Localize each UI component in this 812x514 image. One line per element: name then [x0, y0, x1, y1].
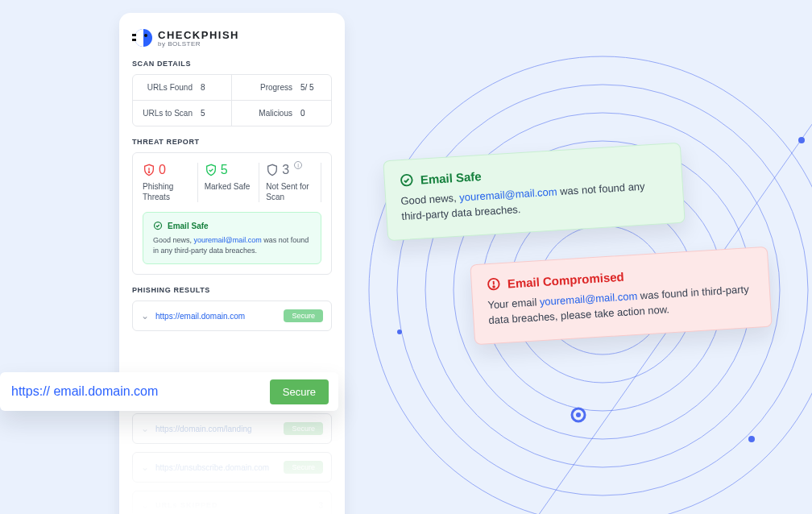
secure-badge-button[interactable]: Secure — [270, 379, 329, 404]
threat-count: 3 — [282, 163, 289, 177]
url-result-overlay: https:// email.domain.com Secure — [0, 372, 338, 411]
section-title-scan-details: SCAN DETAILS — [132, 60, 332, 68]
email-safe-panel: Email Safe Good news, youremail@mail.com… — [143, 212, 321, 264]
result-row[interactable]: ⌄ https://email.domain.com Secure — [132, 301, 332, 331]
toast-prefix: Good news, — [400, 192, 460, 207]
svg-point-9 — [572, 408, 585, 421]
threat-label: Marked Safe — [205, 182, 253, 193]
stat-value: 0 — [300, 109, 321, 118]
toast-email-safe: Email Safe Good news, youremail@mail.com… — [383, 143, 685, 241]
result-row[interactable]: ⌄ https://domain.com/landing Secure — [132, 413, 332, 444]
stat-value: 5/ 5 — [300, 83, 321, 92]
threat-label: Phishing Threats — [143, 182, 191, 202]
info-icon[interactable]: i — [294, 161, 302, 169]
check-circle-icon — [399, 172, 414, 188]
stat-value: 5 — [201, 109, 222, 118]
svg-rect-16 — [132, 39, 136, 41]
stat-value: 8 — [201, 83, 222, 92]
shield-icon — [266, 164, 279, 176]
threat-count: 5 — [221, 163, 228, 177]
status-badge: Secure — [284, 309, 323, 322]
brand-subtitle: by BOLSTER — [158, 40, 239, 48]
toast-address: youremail@mail.com — [459, 185, 557, 203]
stat-label: URLs to Scan — [143, 109, 193, 118]
toast-title: Email Safe — [420, 168, 482, 186]
svg-point-12 — [397, 330, 402, 334]
toast-prefix: Your email — [487, 296, 540, 311]
chevron-down-icon: ⌄ — [141, 462, 149, 473]
chevron-down-icon: ⌄ — [141, 423, 149, 434]
threat-report-box: 0 Phishing Threats 5 Marked Safe 3 i Not… — [132, 152, 332, 275]
skipped-count: 3 — [318, 501, 323, 510]
status-badge: Secure — [284, 422, 323, 435]
stat-label: Progress — [242, 83, 292, 92]
brand-logo-icon — [132, 27, 153, 48]
result-row[interactable]: ⌄ https://unsubscribe.domain.com Secure — [132, 452, 332, 483]
skipped-label: URLs SKIPPED — [155, 501, 312, 509]
chevron-down-icon: ⌄ — [141, 310, 149, 321]
svg-point-11 — [748, 436, 755, 442]
alert-circle-icon — [486, 276, 501, 292]
checkphish-card: CHECKPHISH by BOLSTER SCAN DETAILS URLs … — [119, 13, 345, 514]
threat-label: Not Sent for Scan — [266, 182, 314, 202]
overlay-url-text: https:// email.domain.com — [11, 384, 158, 399]
scan-details-box: URLs Found 8 Progress 5/ 5 URLs to Scan … — [132, 74, 332, 126]
svg-point-18 — [148, 172, 149, 172]
shield-alert-icon — [143, 164, 155, 176]
section-title-phishing-results: PHISHING RESULTS — [132, 286, 332, 294]
threat-phishing: 0 Phishing Threats — [143, 163, 198, 202]
threat-safe: 5 Marked Safe — [205, 163, 260, 202]
result-url: https://email.domain.com — [155, 312, 277, 321]
svg-point-23 — [493, 286, 495, 288]
stat-malicious: Malicious 0 — [232, 101, 331, 126]
brand-name: CHECKPHISH — [158, 29, 239, 41]
section-title-threat-report: THREAT REPORT — [132, 138, 332, 146]
brand: CHECKPHISH by BOLSTER — [132, 27, 332, 48]
toast-email-compromised: Email Compromised Your email youremail@m… — [470, 247, 772, 345]
email-safe-address: youremail@mail.com — [194, 236, 262, 244]
email-safe-body: Good news, youremail@mail.com was not fo… — [153, 235, 311, 255]
shield-check-icon — [205, 164, 218, 176]
result-url: https://unsubscribe.domain.com — [155, 463, 277, 472]
email-safe-title: Email Safe — [168, 222, 209, 230]
check-circle-icon — [153, 221, 163, 230]
urls-skipped-row[interactable]: ⌄ URLs SKIPPED 3 — [132, 491, 332, 514]
stat-label: Malicious — [242, 109, 292, 118]
threat-count: 0 — [159, 163, 166, 177]
stat-progress: Progress 5/ 5 — [232, 75, 331, 101]
toast-title: Email Compromised — [507, 269, 624, 290]
stat-label: URLs Found — [143, 83, 193, 92]
chevron-down-icon: ⌄ — [141, 499, 149, 511]
threat-unsent: 3 i Not Sent for Scan — [266, 163, 321, 202]
status-badge: Secure — [284, 461, 323, 474]
stat-urls-to-scan: URLs to Scan 5 — [133, 101, 232, 126]
svg-point-10 — [576, 412, 581, 417]
svg-point-8 — [798, 137, 805, 143]
svg-rect-15 — [132, 34, 136, 36]
svg-point-14 — [144, 34, 147, 37]
stat-urls-found: URLs Found 8 — [133, 75, 232, 101]
result-url: https://domain.com/landing — [155, 425, 277, 433]
email-safe-prefix: Good news, — [153, 236, 194, 244]
